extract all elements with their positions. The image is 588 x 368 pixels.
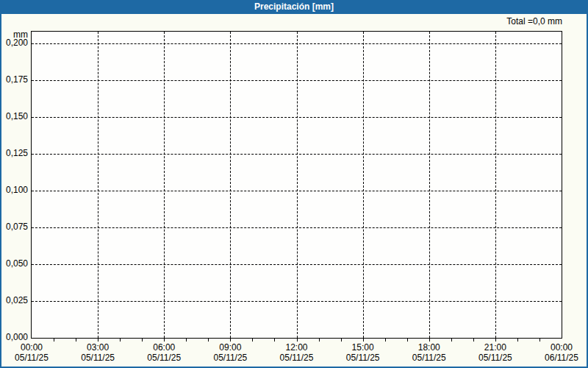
x-axis-minor-tick: [517, 339, 518, 342]
x-axis-minor-tick: [208, 339, 209, 342]
x-axis-minor-tick: [495, 339, 496, 342]
x-tick-time: 06:00: [133, 342, 195, 353]
x-axis-minor-tick: [186, 339, 187, 342]
gridline-vertical: [495, 32, 496, 338]
x-axis-minor-tick: [385, 339, 386, 342]
x-axis-tick-label: 21:0005/11/25: [465, 342, 526, 363]
x-axis-minor-tick: [319, 339, 320, 342]
x-axis-minor-tick: [120, 339, 121, 342]
x-axis-minor-tick: [230, 339, 231, 342]
y-axis-tick-label: 0,200: [1, 38, 28, 48]
x-tick-time: 12:00: [266, 342, 328, 353]
x-axis-tick-label: 18:0005/11/25: [398, 342, 460, 363]
x-tick-date: 05/11/25: [1, 353, 62, 363]
x-tick-time: 18:00: [398, 342, 460, 353]
x-tick-date: 05/11/25: [398, 353, 460, 363]
x-axis-minor-tick: [539, 339, 540, 342]
x-axis-minor-tick: [252, 339, 253, 342]
x-axis-tick-label: 15:0005/11/25: [332, 342, 394, 363]
gridline-vertical: [297, 32, 298, 338]
x-axis-minor-tick: [274, 339, 275, 342]
y-axis-tick-label: 0,025: [1, 295, 28, 305]
chart-window: Precipitación [mm] Total =0,0 mm mm 0,20…: [0, 0, 588, 368]
y-axis-tick-label: 0,050: [1, 258, 28, 269]
x-tick-date: 05/11/25: [465, 353, 526, 363]
x-axis-minor-tick: [142, 339, 143, 342]
y-axis-tick-label: 0,075: [1, 222, 28, 232]
x-tick-date: 05/11/25: [133, 353, 195, 363]
gridline-vertical: [230, 32, 231, 338]
x-axis-tick-label: 06:0005/11/25: [133, 342, 195, 363]
x-axis-minor-tick: [473, 339, 474, 342]
y-axis-tick-label: 0,100: [1, 185, 28, 195]
x-axis-minor-tick: [451, 339, 452, 342]
x-axis-minor-tick: [407, 339, 408, 342]
y-axis-tick-label: 0,125: [1, 148, 28, 158]
chart-title: Precipitación [mm]: [254, 1, 334, 12]
x-tick-time: 15:00: [332, 342, 394, 353]
x-axis-minor-tick: [54, 339, 54, 342]
gridline-vertical: [363, 32, 364, 338]
x-tick-time: 00:00: [1, 342, 62, 353]
y-axis-tick-label: 0,150: [1, 111, 28, 121]
x-axis-minor-tick: [363, 339, 364, 342]
x-axis-tick-label: 00:0006/11/25: [531, 342, 588, 363]
gridline-vertical: [164, 32, 165, 338]
gridline-vertical: [98, 32, 98, 338]
title-bar: Precipitación [mm]: [0, 0, 588, 14]
x-axis-tick-label: 00:0005/11/25: [1, 342, 62, 363]
x-tick-time: 00:00: [531, 342, 588, 353]
x-axis-minor-tick: [76, 339, 76, 342]
x-tick-date: 05/11/25: [199, 353, 261, 363]
total-label: Total =0,0 mm: [506, 16, 562, 26]
x-axis-minor-tick: [98, 339, 98, 342]
x-tick-date: 05/11/25: [332, 353, 394, 363]
x-axis-minor-tick: [341, 339, 342, 342]
y-axis-tick-label: 0,175: [1, 74, 28, 85]
x-tick-time: 03:00: [67, 342, 129, 353]
plot-area: [31, 31, 562, 339]
x-axis-tick-label: 03:0005/11/25: [67, 342, 129, 363]
x-tick-date: 06/11/25: [531, 353, 588, 363]
x-axis-minor-tick: [297, 339, 298, 342]
y-axis-tick-label: 0,000: [1, 332, 28, 342]
x-axis-minor-tick: [429, 339, 430, 342]
x-tick-date: 05/11/25: [67, 353, 129, 363]
gridline-vertical: [429, 32, 430, 338]
x-axis-tick-label: 09:0005/11/25: [199, 342, 261, 363]
x-axis-minor-tick: [164, 339, 165, 342]
x-tick-time: 09:00: [199, 342, 261, 353]
x-axis-tick-label: 12:0005/11/25: [266, 342, 328, 363]
x-tick-date: 05/11/25: [266, 353, 328, 363]
x-tick-time: 21:00: [465, 342, 526, 353]
